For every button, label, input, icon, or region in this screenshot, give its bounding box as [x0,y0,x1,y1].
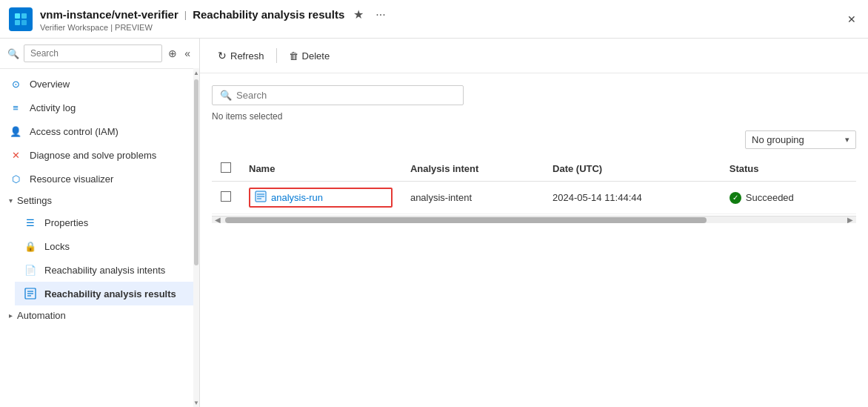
grouping-chevron-icon: ▾ [845,135,849,145]
main-content: ↻ Refresh 🗑 Delete 🔍 No items selected [200,39,868,407]
toolbar: ↻ Refresh 🗑 Delete [200,39,868,73]
sidebar-item-label: Reachability analysis intents [44,265,165,276]
delete-button[interactable]: 🗑 Delete [283,47,336,65]
title-subtitle: Verifier Workspace | PREVIEW [40,23,844,32]
sidebar: 🔍 ⊕ « ⊙ Overview ≡ Activity log [0,39,200,407]
sidebar-item-label: Diagnose and solve problems [30,150,156,161]
svg-rect-2 [15,20,20,25]
sidebar-item-access-control[interactable]: 👤 Access control (IAM) [0,119,199,143]
svg-rect-0 [15,13,20,19]
automation-chevron-icon: ▸ [9,311,13,320]
table-row-checkbox-cell [212,182,240,214]
table-header-row: Name Analysis intent Date (UTC) Status [212,156,856,182]
grouping-dropdown[interactable]: No grouping ▾ [745,130,856,149]
table-row-date-cell: 2024-05-14 11:44:44 [544,182,721,214]
properties-icon: ☰ [24,216,37,229]
sidebar-item-diagnose[interactable]: ✕ Diagnose and solve problems [0,143,199,167]
analysis-run-icon [255,191,267,205]
vscroll-arrow-up[interactable]: ▲ [193,68,199,77]
content-body: 🔍 No items selected No grouping ▾ [200,73,868,407]
app-icon [9,7,33,31]
more-options-icon[interactable]: ··· [373,7,388,23]
app-container: vnm-instance/vnet-verifier | Reachabilit… [0,0,868,407]
iam-icon: 👤 [9,125,22,138]
sidebar-search-input[interactable] [24,44,162,62]
sidebar-item-reachability-intents[interactable]: 📄 Reachability analysis intents [15,258,199,282]
sidebar-collapse-icon[interactable]: « [183,46,192,61]
locks-icon: 🔒 [24,239,37,253]
sidebar-item-label: Access control (IAM) [30,126,118,137]
no-items-label: No items selected [212,111,856,122]
sidebar-nav: ⊙ Overview ≡ Activity log 👤 Access contr… [0,69,199,407]
table-header-analysis-intent: Analysis intent [401,156,544,182]
intents-icon: 📄 [24,263,37,277]
sidebar-item-activity-log[interactable]: ≡ Activity log [0,96,199,119]
sidebar-settings-items: ☰ Properties 🔒 Locks 📄 Reachability anal… [0,211,199,305]
close-icon[interactable]: ✕ [844,12,859,27]
activity-icon: ≡ [9,101,22,114]
sidebar-search-icon: 🔍 [7,48,19,59]
content-search-icon: 🔍 [220,90,232,101]
title-separator: | [184,9,187,20]
sidebar-item-properties[interactable]: ☰ Properties [15,211,199,234]
hscroll-arrow-left[interactable]: ◀ [213,216,222,223]
sidebar-item-reachability-results[interactable]: Reachability analysis results [15,282,199,305]
delete-label: Delete [302,50,330,62]
hscroll-thumb [225,217,707,223]
sidebar-section-settings[interactable]: ▾ Settings [0,191,199,211]
settings-section-label: Settings [17,195,52,206]
refresh-icon: ↻ [218,50,227,62]
sidebar-item-locks[interactable]: 🔒 Locks [15,234,199,258]
sidebar-item-label: Locks [44,241,70,252]
sidebar-item-label: Resource visualizer [30,173,113,185]
page-title: Reachability analysis results [193,8,344,21]
table-row-status-cell: ✓ Succeeded [721,182,856,214]
title-bar-actions: ✕ [844,12,859,27]
content-search-bar: 🔍 [212,85,464,105]
toolbar-divider [276,48,277,63]
results-table: Name Analysis intent Date (UTC) Status [212,156,856,214]
grouping-label: No grouping [752,134,804,145]
results-icon [24,287,37,300]
diagnose-icon: ✕ [9,148,22,162]
content-search-input[interactable] [236,90,455,101]
status-label: Succeeded [746,192,794,203]
svg-rect-3 [21,20,27,25]
analysis-run-link[interactable]: analysis-run [249,188,393,208]
refresh-button[interactable]: ↻ Refresh [212,46,270,65]
table-header-checkbox-col [212,156,240,182]
table-row-name-cell: analysis-run [240,182,401,214]
overview-icon: ⊙ [9,77,22,90]
sidebar-item-resource-visualizer[interactable]: ⬡ Resource visualizer [0,167,199,191]
results-table-container: Name Analysis intent Date (UTC) Status [212,156,856,223]
sidebar-search-bar: 🔍 ⊕ « [0,39,199,69]
sidebar-item-label: Reachability analysis results [44,288,176,300]
page-breadcrumb: vnm-instance/vnet-verifier [40,8,178,21]
sidebar-item-label: Overview [30,79,70,90]
settings-chevron-icon: ▾ [9,196,13,205]
main-layout: 🔍 ⊕ « ⊙ Overview ≡ Activity log [0,39,868,407]
sidebar-item-label: Activity log [30,102,76,113]
table-row: analysis-run analysis-intent 2024-05-14 … [212,182,856,214]
analysis-run-label: analysis-run [271,192,323,203]
horizontal-scrollbar[interactable]: ◀ ▶ [212,216,856,223]
vscroll-arrow-down[interactable]: ▼ [193,398,199,407]
table-row-analysis-intent-cell: analysis-intent [401,182,544,214]
sidebar-expand-icon[interactable]: ⊕ [167,46,178,61]
automation-section-label: Automation [17,310,66,321]
sidebar-item-label: Properties [44,217,88,228]
title-bar: vnm-instance/vnet-verifier | Reachabilit… [0,0,868,39]
hscroll-arrow-right[interactable]: ▶ [846,216,855,223]
sidebar-section-automation[interactable]: ▸ Automation [0,305,199,325]
grouping-area: No grouping ▾ [212,130,856,149]
favorite-icon[interactable]: ★ [350,6,367,23]
sidebar-controls: ⊕ « [167,46,192,61]
table-header-checkbox[interactable] [221,162,231,173]
refresh-label: Refresh [230,50,264,62]
table-header-status: Status [721,156,856,182]
table-row-checkbox[interactable] [221,191,231,202]
sidebar-item-overview[interactable]: ⊙ Overview [0,72,199,96]
sidebar-scrollbar[interactable]: ▲ ▼ [193,68,199,407]
status-badge: ✓ Succeeded [730,192,847,204]
table-header-name: Name [240,156,401,182]
